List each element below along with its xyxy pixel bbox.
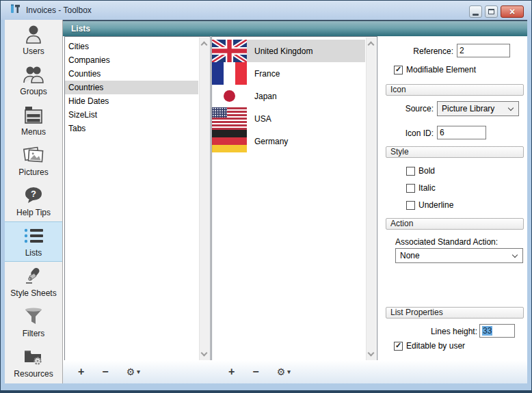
sidebar-item-help-tips[interactable]: ? Help Tips [5,181,62,221]
sidebar: Users Groups [5,20,63,383]
list-item-label: Tabs [68,124,85,133]
germany-flag-icon [212,130,247,152]
list-item[interactable]: SizeList [65,108,198,122]
remove-list-button[interactable]: − [102,366,108,377]
checkbox-box[interactable]: ✓ [394,342,403,351]
checkbox-label: Underline [418,200,453,210]
standard-action-value: None [400,251,420,260]
window-controls: × [469,5,524,18]
element-item[interactable]: Germany [212,130,365,152]
checkbox-label: Editable by user [406,341,465,351]
window-content: Users Groups [5,20,527,383]
list-item[interactable]: Cities [65,40,198,53]
elements-scrollbar[interactable] [366,38,376,360]
source-select-value: Picture Library [442,104,494,113]
element-item[interactable]: France [212,62,365,85]
checkbox-box[interactable] [406,201,415,210]
toolbox-app-icon [10,3,21,17]
sidebar-item-groups[interactable]: Groups [5,60,62,100]
reference-label: Reference: [380,46,453,56]
close-button[interactable]: × [501,5,524,18]
checkmark-icon: ✓ [395,66,401,73]
element-actions-menu-button[interactable]: ⚙ ▾ [277,367,291,377]
list-item[interactable]: Companies [65,53,198,67]
sidebar-item-users[interactable]: Users [5,20,62,60]
source-select[interactable]: Picture Library [437,101,519,116]
help-tips-icon: ? [24,185,43,206]
add-element-button[interactable]: + [228,366,235,377]
lists-scrollbar[interactable] [199,38,209,360]
checkbox-box[interactable]: ✓ [394,66,403,74]
list-item-label: Countries [68,83,103,92]
icon-id-input[interactable] [437,126,486,139]
resources-icon [23,347,44,367]
lists-icon [23,226,44,246]
element-item-label: Japan [254,92,277,101]
minimize-icon [473,14,479,16]
checkbox-label: Italic [418,183,436,193]
element-item-label: USA [254,114,271,124]
modifiable-element-checkbox[interactable]: ✓ Modifiable Element [394,65,476,74]
style-section-header: Style [386,146,524,158]
list-actions-menu-button[interactable]: ⚙ ▾ [127,367,140,377]
chevron-down-icon [512,252,518,258]
properties-panel: Reference: ✓ Modifiable Element Icon Sou… [380,36,527,360]
sidebar-item-label: Groups [20,87,46,96]
list-item-selected[interactable]: Countries [65,81,198,94]
editable-by-user-checkbox[interactable]: ✓ Editable by user [394,341,465,351]
usa-flag-icon [212,107,247,130]
element-item[interactable]: USA [212,107,365,130]
section-header: Lists [63,20,527,36]
checkbox-box[interactable] [406,184,415,193]
sidebar-item-label: Lists [25,248,42,258]
element-item-selected[interactable]: United Kingdom [212,40,365,62]
sidebar-item-pictures[interactable]: Pictures [5,141,62,181]
maximize-button[interactable] [485,5,498,18]
list-item[interactable]: Tabs [65,122,198,135]
bold-checkbox[interactable]: Bold [406,166,435,176]
list-item[interactable]: Counties [65,67,198,81]
lists-panel: Cities Companies Counties Countries Hide… [64,36,211,362]
standard-action-select[interactable]: None [395,248,523,263]
menus-icon [24,105,43,125]
action-section-header: Action [386,218,524,230]
associated-action-label: Associated Standard Action: [395,237,498,247]
sidebar-item-lists[interactable]: Lists [5,221,62,262]
scroll-down-icon[interactable] [368,350,375,357]
sidebar-item-filters[interactable]: Filters [5,302,62,342]
scroll-up-icon[interactable] [368,42,375,49]
chevron-down-icon [508,105,514,111]
japan-flag-icon [212,85,247,107]
remove-element-button[interactable]: − [252,366,258,377]
selected-text: 33 [482,326,492,336]
sidebar-item-menus[interactable]: Menus [5,100,62,141]
sidebar-item-style-sheets[interactable]: Style Sheets [5,262,62,302]
sidebar-item-label: Pictures [18,167,48,177]
checkbox-box[interactable] [406,167,415,176]
close-icon: × [509,7,515,16]
reference-input[interactable] [457,44,510,57]
users-icon [25,24,42,44]
scroll-down-icon[interactable] [201,350,208,357]
sidebar-item-label: Filters [23,329,45,338]
sidebar-item-resources[interactable]: Resources [5,342,62,383]
underline-checkbox[interactable]: Underline [406,200,453,210]
source-label: Source: [380,104,434,113]
title-bar[interactable]: Invoices - Toolbox × [1,1,531,20]
sidebar-item-label: Help Tips [16,208,51,217]
minimize-button[interactable] [469,5,482,18]
list-item[interactable]: Hide Dates [65,94,198,108]
window-title: Invoices - Toolbox [26,5,92,15]
checkbox-label: Modifiable Element [406,65,476,74]
italic-checkbox[interactable]: Italic [406,183,436,193]
elements-toolbar-group: + − ⚙ ▾ [228,360,291,383]
checkbox-label: Bold [418,166,435,176]
sidebar-item-label: Style Sheets [10,288,56,298]
scroll-up-icon[interactable] [201,42,208,49]
filters-icon [25,306,42,327]
elements-panel: United Kingdom France Japan USA Germany [211,36,377,362]
element-item[interactable]: Japan [212,85,365,107]
style-sheets-icon [24,266,43,286]
lines-height-input[interactable]: 33 [479,324,515,338]
add-list-button[interactable]: + [78,366,84,377]
